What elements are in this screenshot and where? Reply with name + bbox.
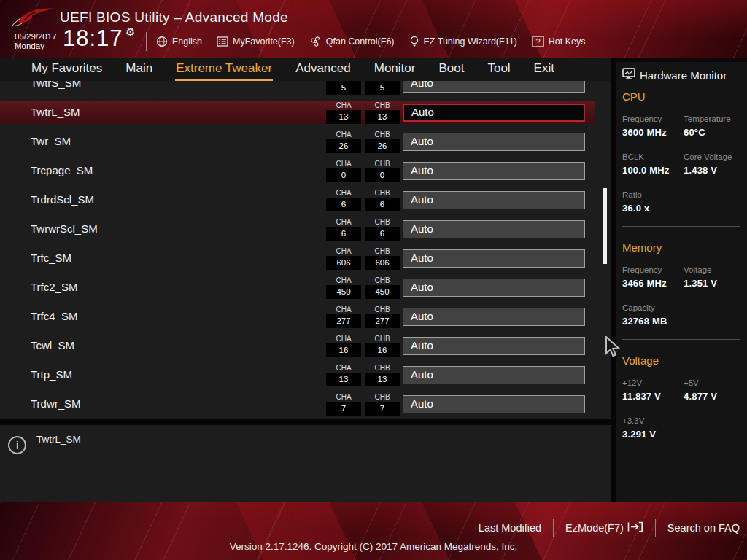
header-shortcut-myfavorite-f3-[interactable]: MyFavorite(F3) xyxy=(217,36,295,47)
setting-row-band: Trfc4_SMCHA277CHB277Auto xyxy=(0,305,611,328)
channel-b-value: 277 xyxy=(365,314,400,328)
channel-b-group: CHB277 xyxy=(365,306,400,328)
hm-section-heading-voltage: Voltage xyxy=(622,354,747,367)
ezmode-icon xyxy=(627,521,643,534)
setting-value-dropdown[interactable]: Auto xyxy=(403,162,585,180)
channel-a-header: CHA xyxy=(326,247,361,255)
setting-row[interactable]: TwrwrScl_SMCHA6CHB6Auto xyxy=(0,217,611,246)
setting-name: TrdrdScl_SM xyxy=(31,188,94,211)
setting-value-dropdown[interactable]: Auto xyxy=(403,220,585,238)
channel-a-value: 16 xyxy=(326,343,361,357)
scrollbar-thumb[interactable] xyxy=(603,188,607,264)
channel-a-value: 450 xyxy=(326,285,361,299)
channel-b-header: CHB xyxy=(365,247,400,255)
hm-field-row: BCLK100.0 MHzCore Voltage1.438 V xyxy=(622,152,747,176)
setting-value-dropdown[interactable]: Auto xyxy=(403,337,585,355)
channel-b-value: 26 xyxy=(365,139,400,153)
channel-a-header: CHA xyxy=(326,218,361,226)
setting-row[interactable]: TwtrS_SMCHA5CHB5Auto xyxy=(0,81,611,101)
hm-field-value: 32768 MB xyxy=(622,316,684,327)
setting-value-dropdown[interactable]: Auto xyxy=(403,191,585,209)
tab-my-favorites[interactable]: My Favorites xyxy=(31,59,103,81)
setting-row[interactable]: Trfc_SMCHA606CHB606Auto xyxy=(0,246,611,276)
hardware-monitor-title-text: Hardware Monitor xyxy=(640,69,727,82)
qfan-icon xyxy=(309,36,322,47)
channel-b-group: CHB16 xyxy=(365,335,400,357)
footer-actions: Last ModifiedEzMode(F7)Search on FAQ xyxy=(479,518,740,538)
hm-field: Frequency3466 MHz xyxy=(622,265,684,289)
hm-field-label: Frequency xyxy=(622,114,684,123)
footer-action-label: EzMode(F7) xyxy=(565,522,624,534)
globe-icon xyxy=(156,36,168,47)
channel-b-header: CHB xyxy=(365,218,400,226)
setting-row[interactable]: TrdrdScl_SMCHA6CHB6Auto xyxy=(0,188,611,217)
channel-b-group: CHB6 xyxy=(365,189,400,211)
channel-a-group: CHA13 xyxy=(326,364,361,386)
hm-field-row: Ratio36.0 x xyxy=(622,190,747,214)
tab-boot[interactable]: Boot xyxy=(438,59,465,81)
setting-row-band: TwrwrScl_SMCHA6CHB6Auto xyxy=(0,217,611,241)
hm-field-label: Voltage xyxy=(684,265,745,274)
tab-extreme-tweaker[interactable]: Extreme Tweaker xyxy=(175,59,273,81)
setting-name: Trcpage_SM xyxy=(31,159,93,182)
footer-action-ezmode-f7-[interactable]: EzMode(F7) xyxy=(565,521,643,534)
setting-row[interactable]: Twr_SMCHA26CHB26Auto xyxy=(0,130,611,159)
setting-value-dropdown[interactable]: Auto xyxy=(403,104,585,122)
tab-tool[interactable]: Tool xyxy=(487,59,511,81)
setting-value-dropdown[interactable]: Auto xyxy=(403,133,585,151)
header-shortcut-qfan-control-f6-[interactable]: Qfan Control(F6) xyxy=(309,36,395,47)
channel-a-header: CHA xyxy=(326,101,361,109)
setting-row[interactable]: Trfc4_SMCHA277CHB277Auto xyxy=(0,305,611,334)
tab-monitor[interactable]: Monitor xyxy=(374,59,417,81)
setting-row[interactable]: Trdwr_SMCHA7CHB7Auto xyxy=(0,392,611,419)
setting-value-dropdown[interactable]: Auto xyxy=(403,81,585,93)
channel-b-header: CHB xyxy=(365,131,400,139)
setting-row[interactable]: Tcwl_SMCHA16CHB16Auto xyxy=(0,334,611,363)
setting-value-dropdown[interactable]: Auto xyxy=(403,366,585,384)
setting-row[interactable]: Trfc2_SMCHA450CHB450Auto xyxy=(0,276,611,305)
setting-name: TwtrS_SM xyxy=(31,81,81,95)
clock-settings-gear-icon[interactable]: ⚙ xyxy=(125,26,135,39)
setting-name: Trfc_SM xyxy=(31,246,71,270)
setting-row[interactable]: Trcpage_SMCHA0CHB0Auto xyxy=(0,159,611,188)
footer-divider xyxy=(655,519,656,537)
channel-a-group: CHA5 xyxy=(326,81,361,95)
hm-field-value: 11.837 V xyxy=(622,391,684,402)
hm-field-label: Temperature xyxy=(684,114,745,123)
footer-action-search-on-faq[interactable]: Search on FAQ xyxy=(667,522,740,534)
setting-value-dropdown[interactable]: Auto xyxy=(403,249,585,268)
setting-value-dropdown[interactable]: Auto xyxy=(403,395,585,413)
setting-value-dropdown[interactable]: Auto xyxy=(403,279,585,297)
setting-row-band: Tcwl_SMCHA16CHB16Auto xyxy=(0,334,611,357)
hm-field-row: Frequency3600 MHzTemperature60°C xyxy=(622,114,747,138)
footer-action-last-modified[interactable]: Last Modified xyxy=(479,522,541,534)
hm-field-label: +3.3V xyxy=(622,416,684,425)
header-shortcut-ez-tuning-wizard-f11-[interactable]: EZ Tuning Wizard(F11) xyxy=(409,36,517,48)
channel-b-value: 450 xyxy=(365,285,400,299)
setting-row[interactable]: Trtp_SMCHA13CHB13Auto xyxy=(0,363,611,392)
setting-row-band: Trfc_SMCHA606CHB606Auto xyxy=(0,246,611,270)
setting-row[interactable]: TwtrL_SMCHA13CHB13Auto xyxy=(0,101,611,130)
channel-a-value: 606 xyxy=(326,256,361,270)
header-shortcut-english[interactable]: English xyxy=(156,36,202,47)
setting-value-dropdown[interactable]: Auto xyxy=(403,308,585,326)
bios-screen: UEFI BIOS Utility – Advanced Mode 05/29/… xyxy=(0,0,747,560)
tab-advanced[interactable]: Advanced xyxy=(295,59,352,81)
channel-a-group: CHA0 xyxy=(326,160,361,182)
channel-a-group: CHA606 xyxy=(326,247,361,270)
header-shortcut-hot-keys[interactable]: ?Hot Keys xyxy=(532,36,586,47)
channel-a-group: CHA6 xyxy=(326,218,361,241)
time-display: 18:17 xyxy=(63,26,123,52)
setting-row-band: Trfc2_SMCHA450CHB450Auto xyxy=(0,276,611,299)
channel-b-value: 13 xyxy=(365,110,400,124)
channel-a-header: CHA xyxy=(326,189,361,197)
footer-action-label: Search on FAQ xyxy=(667,522,740,534)
hm-field: Temperature60°C xyxy=(684,114,745,138)
channel-b-value: 6 xyxy=(365,198,400,211)
channel-b-value: 606 xyxy=(365,256,400,270)
channel-a-group: CHA277 xyxy=(326,306,361,328)
tab-main[interactable]: Main xyxy=(125,59,153,81)
setting-row-band: TrdrdScl_SMCHA6CHB6Auto xyxy=(0,188,611,211)
tab-exit[interactable]: Exit xyxy=(533,59,555,81)
list-info-divider xyxy=(0,419,611,425)
